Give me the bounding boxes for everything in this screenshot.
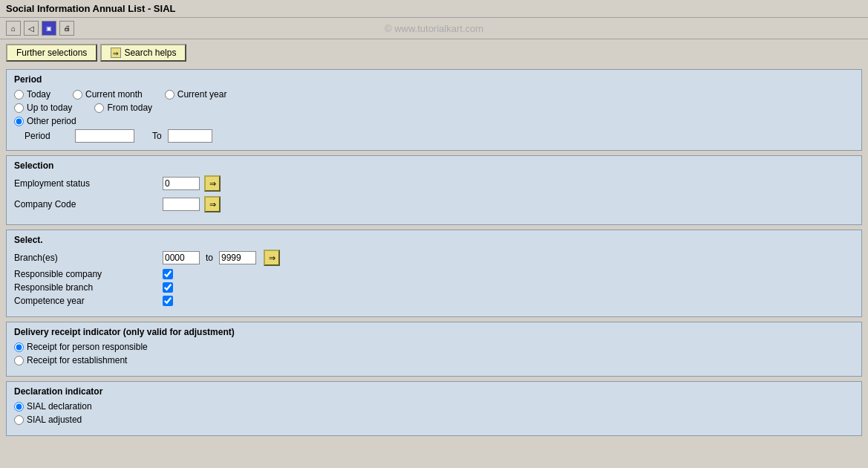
select-title: Select. [14, 235, 854, 245]
period-from-label: Period [25, 131, 69, 141]
responsible-company-label: Responsible company [14, 269, 163, 279]
search-helps-button[interactable]: ⇒ Search helps [100, 44, 186, 62]
declaration-section: Declaration indicator SIAL declaration S… [6, 381, 862, 436]
company-code-input[interactable] [163, 198, 200, 211]
delivery-section: Delivery receipt indicator (only valid f… [6, 322, 862, 377]
selection-section: Selection Employment status ⇒ Company Co… [6, 155, 862, 225]
sial-adjusted-radio[interactable] [14, 415, 24, 425]
up-to-today-option[interactable]: Up to today [14, 103, 72, 113]
employment-status-input[interactable] [163, 177, 200, 190]
employment-status-multiselect-button[interactable]: ⇒ [204, 175, 221, 192]
branches-multiselect-button[interactable]: ⇒ [264, 250, 280, 266]
period-title: Period [14, 74, 854, 85]
print-icon[interactable]: 🖨 [59, 21, 74, 36]
receipt-person-label: Receipt for person responsible [27, 342, 148, 352]
select-section: Select. Branch(es) to ⇒ Responsible comp… [6, 230, 862, 317]
responsible-company-checkbox[interactable] [163, 269, 173, 279]
receipt-person-option[interactable]: Receipt for person responsible [14, 342, 148, 352]
today-label: Today [27, 89, 50, 100]
responsible-branch-row: Responsible branch [14, 282, 854, 293]
period-row-2: Up to today From today [14, 103, 854, 113]
delivery-row-1: Receipt for person responsible [14, 342, 854, 352]
receipt-establishment-label: Receipt for establishment [27, 355, 127, 365]
branches-to-text: to [206, 253, 213, 263]
sial-adjusted-option[interactable]: SIAL adjusted [14, 415, 82, 425]
current-year-option[interactable]: Current year [165, 89, 227, 100]
other-period-label: Other period [27, 116, 76, 126]
responsible-company-row: Responsible company [14, 269, 854, 279]
current-year-radio[interactable] [165, 90, 174, 100]
branches-row: Branch(es) to ⇒ [14, 250, 854, 266]
from-today-option[interactable]: From today [94, 103, 152, 113]
current-year-label: Current year [177, 89, 227, 100]
receipt-person-radio[interactable] [14, 342, 24, 352]
toolbar-icons: ⌂ ◁ ▣ 🖨 [6, 21, 74, 36]
branches-label: Branch(es) [14, 253, 163, 263]
arrow-icon: ⇒ [111, 48, 121, 58]
other-period-radio[interactable] [14, 117, 24, 126]
sial-declaration-radio[interactable] [14, 402, 24, 412]
search-helps-label: Search helps [124, 48, 176, 58]
up-to-today-radio[interactable] [14, 103, 24, 113]
button-bar: Further selections ⇒ Search helps [0, 39, 868, 66]
delivery-row-2: Receipt for establishment [14, 355, 854, 365]
sial-declaration-label: SIAL declaration [27, 401, 92, 412]
receipt-establishment-radio[interactable] [14, 356, 24, 365]
period-section: Period Today Current month Current year … [6, 69, 862, 151]
app-title: Social Information Annual List - SIAL [6, 3, 175, 14]
toolbar: ⌂ ◁ ▣ 🖨 © www.tutorialkart.com [0, 18, 868, 39]
period-input-row: Period To [14, 129, 854, 143]
current-month-label: Current month [85, 89, 143, 100]
other-period-option[interactable]: Other period [14, 116, 76, 126]
declaration-row-2: SIAL adjusted [14, 415, 854, 425]
delivery-title: Delivery receipt indicator (only valid f… [14, 327, 854, 337]
responsible-branch-label: Responsible branch [14, 282, 163, 293]
current-month-option[interactable]: Current month [73, 89, 143, 100]
competence-year-checkbox[interactable] [163, 296, 173, 306]
period-to-label: To [152, 131, 162, 141]
company-code-label: Company Code [14, 199, 163, 209]
home-icon[interactable]: ⌂ [6, 21, 21, 36]
declaration-row-1: SIAL declaration [14, 401, 854, 412]
up-to-today-label: Up to today [27, 103, 72, 113]
branches-to-input[interactable] [219, 251, 256, 264]
watermark: © www.tutorialkart.com [385, 23, 483, 34]
title-bar: Social Information Annual List - SIAL [0, 0, 868, 18]
sial-adjusted-label: SIAL adjusted [27, 415, 82, 425]
competence-year-label: Competence year [14, 296, 163, 306]
sial-declaration-option[interactable]: SIAL declaration [14, 401, 92, 412]
from-today-label: From today [107, 103, 152, 113]
branches-from-input[interactable] [163, 251, 200, 264]
competence-year-row: Competence year [14, 296, 854, 306]
period-row-1: Today Current month Current year [14, 89, 854, 100]
from-today-radio[interactable] [94, 103, 104, 113]
declaration-title: Declaration indicator [14, 386, 854, 397]
selection-title: Selection [14, 160, 854, 171]
today-radio[interactable] [14, 90, 24, 100]
content-area: Period Today Current month Current year … [0, 66, 868, 443]
period-to-input[interactable] [168, 129, 212, 143]
company-code-row: Company Code ⇒ [14, 196, 854, 212]
save-icon[interactable]: ▣ [42, 21, 56, 36]
company-code-multiselect-button[interactable]: ⇒ [204, 196, 221, 212]
responsible-branch-checkbox[interactable] [163, 282, 173, 293]
receipt-establishment-option[interactable]: Receipt for establishment [14, 355, 127, 365]
current-month-radio[interactable] [73, 90, 82, 100]
period-from-input[interactable] [75, 129, 134, 143]
employment-status-label: Employment status [14, 178, 163, 189]
employment-status-row: Employment status ⇒ [14, 175, 854, 192]
further-selections-button[interactable]: Further selections [6, 44, 97, 62]
period-row-3: Other period [14, 116, 854, 126]
back-icon[interactable]: ◁ [24, 21, 39, 36]
today-option[interactable]: Today [14, 89, 50, 100]
